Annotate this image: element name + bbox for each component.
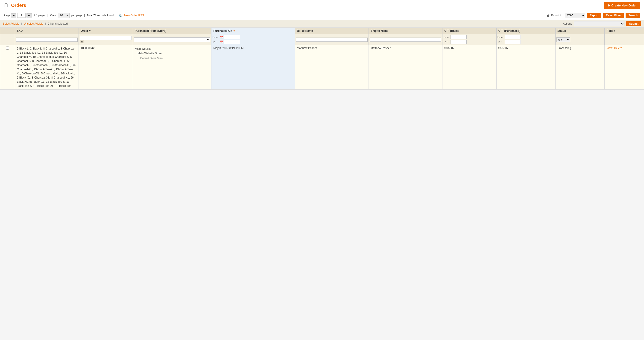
orders-table: SKU Order # Purchased From (Store) Purch… xyxy=(0,28,644,90)
col-sku: SKU xyxy=(15,28,79,34)
sep1: | xyxy=(21,22,22,25)
select-visible-link[interactable]: Select Visible xyxy=(3,22,19,25)
filter-gt-purchased-cell: From: To : xyxy=(496,34,555,45)
filter-sku-input[interactable] xyxy=(16,38,78,42)
filter-bill-input[interactable] xyxy=(296,38,368,42)
orders-tbody: 2-Black-L, 2-Black-L, 8-Charcoal-L, 8-Ch… xyxy=(0,45,644,90)
filter-ship-cell xyxy=(369,34,442,45)
table-filter-row: ⊞ Main Website - Main Website Store - De… xyxy=(0,34,644,45)
gt-base-from-row: From: xyxy=(444,35,496,39)
cal-from-icon[interactable]: 📅 xyxy=(220,36,223,39)
filter-ship-input[interactable] xyxy=(370,38,441,42)
col-gt-base: G.T. (Base) xyxy=(442,28,496,34)
gt-base-to-row: To : xyxy=(444,40,496,44)
export-label: Export to: xyxy=(551,14,563,17)
page-nav: Page ◄ ► of 4 pages xyxy=(4,13,46,18)
sort-desc-icon: ▼ xyxy=(233,30,236,32)
row-purchased-on: May 3, 2017 8:19:19 PM xyxy=(212,45,295,90)
row-checkbox[interactable] xyxy=(6,46,9,50)
filter-store-cell: Main Website - Main Website Store - Defa… xyxy=(133,34,212,45)
row-ship-name: Matthew Posner xyxy=(369,45,442,90)
filter-order-cell: ⊞ xyxy=(79,34,133,45)
gt-base-from-input[interactable] xyxy=(450,35,467,39)
new-order-rss-link[interactable]: New Order RSS xyxy=(124,14,144,17)
unselect-visible-link[interactable]: Unselect Visible xyxy=(24,22,43,25)
filter-bill-cell xyxy=(295,34,369,45)
filter-status-cell: Any Canceled Closed Complete On Hold Pay… xyxy=(555,34,604,45)
gt-base-to-label: To : xyxy=(444,40,450,43)
filter-action-cell xyxy=(604,34,644,45)
actions-select[interactable]: Cancel Hold Unhold Print Invoices Print … xyxy=(574,21,624,26)
total-records: Total 78 records found xyxy=(86,14,114,17)
order-lookup-btn[interactable]: ⊞ xyxy=(80,40,84,43)
filter-order-input[interactable] xyxy=(80,36,132,40)
purchased-on-filter: From: 📅 To : 📅 xyxy=(212,35,294,44)
filter-store-select[interactable]: Main Website - Main Website Store - Defa… xyxy=(134,37,210,42)
row-gt-purchased: $187.07 xyxy=(496,45,555,90)
col-store: Purchased From (Store) xyxy=(133,28,212,34)
gt-purchased-from-row: From: xyxy=(498,35,554,39)
row-order: 100000042 xyxy=(79,45,133,90)
create-btn-label: Create New Order xyxy=(611,4,637,7)
gt-purchased-from-label: From: xyxy=(498,36,504,38)
per-page-select[interactable]: 20 30 50 100 200 xyxy=(58,13,70,18)
cal-to-icon[interactable]: 📅 xyxy=(220,40,223,44)
row-checkbox-cell xyxy=(0,45,15,90)
gt-purchased-from-input[interactable] xyxy=(505,35,521,39)
row-sku: 2-Black-L, 2-Black-L, 8-Charcoal-L, 8-Ch… xyxy=(15,45,79,90)
export-button[interactable]: Export xyxy=(587,13,602,18)
table-header-row: SKU Order # Purchased From (Store) Purch… xyxy=(0,28,644,34)
separator1: | xyxy=(48,14,48,17)
page-next-btn[interactable]: ► xyxy=(26,13,32,18)
page-label: Page xyxy=(4,14,10,17)
unselect-visible-label: Unselect Visible xyxy=(24,22,43,25)
selection-row: Select Visible | Unselect Visible | 0 it… xyxy=(0,20,644,28)
col-ship-name: Ship to Name xyxy=(369,28,442,34)
title-area: 🗒 Orders xyxy=(4,2,26,8)
col-gt-purchased: G.T. (Purchased) xyxy=(496,28,555,34)
filter-purchased-cell: From: 📅 To : 📅 xyxy=(212,34,295,45)
separator2: | xyxy=(84,14,85,17)
create-order-button[interactable]: ⊕ Create New Order xyxy=(604,2,640,9)
filter-sku-cell xyxy=(15,34,79,45)
gt-purchased-to-input[interactable] xyxy=(505,40,521,44)
select-visible-label: Select Visible xyxy=(3,22,19,25)
items-selected: 0 items selected xyxy=(48,22,68,25)
gt-purchased-filter: From: To : xyxy=(498,35,554,44)
col-checkbox xyxy=(0,28,15,34)
filter-status-select[interactable]: Any Canceled Closed Complete On Hold Pay… xyxy=(556,37,570,42)
filter-gt-base-cell: From: To : xyxy=(442,34,496,45)
page-number-input[interactable] xyxy=(17,13,26,18)
export-format-select[interactable]: CSV Excel XML xyxy=(565,13,585,18)
store-sub: Main Website Store xyxy=(135,51,209,56)
per-page-label: per page xyxy=(72,14,82,17)
to-label: To : xyxy=(212,40,219,43)
submit-button[interactable]: Submit xyxy=(626,21,641,26)
view-order-link[interactable]: View xyxy=(606,46,612,50)
page-prev-btn[interactable]: ◄ xyxy=(11,13,16,18)
of-pages-label: of 4 pages xyxy=(33,14,46,17)
reset-filter-button[interactable]: Reset Filter xyxy=(603,13,624,18)
actions-label: Actions xyxy=(563,22,572,25)
filter-checkbox-cell xyxy=(0,34,15,45)
date-to-input[interactable] xyxy=(224,40,240,44)
row-bill-name: Matthew Posner xyxy=(295,45,369,90)
date-from-row: From: 📅 xyxy=(212,35,294,39)
rss-label: New Order RSS xyxy=(124,14,144,17)
date-from-input[interactable] xyxy=(224,35,240,39)
toolbar-row: Page ◄ ► of 4 pages | View 20 30 50 100 … xyxy=(0,11,644,20)
gt-purchased-to-label: To : xyxy=(498,40,504,43)
gt-base-to-input[interactable] xyxy=(450,40,467,44)
from-label: From: xyxy=(212,36,219,38)
col-action: Action xyxy=(604,28,644,34)
toolbar-right: 🖨 Export to: CSV Excel XML Export Reset … xyxy=(546,13,640,18)
export-icon: 🖨 xyxy=(546,14,549,17)
col-status: Status xyxy=(555,28,604,34)
row-gt-base: $187.07 xyxy=(442,45,496,90)
col-purchased-on[interactable]: Purchased On ▼ xyxy=(212,28,295,34)
search-button[interactable]: Search xyxy=(626,13,640,18)
plus-icon: ⊕ xyxy=(608,4,610,7)
page-title: Orders xyxy=(11,3,26,8)
row-actions: View Delete xyxy=(604,45,644,90)
delete-order-link[interactable]: Delete xyxy=(614,46,622,50)
